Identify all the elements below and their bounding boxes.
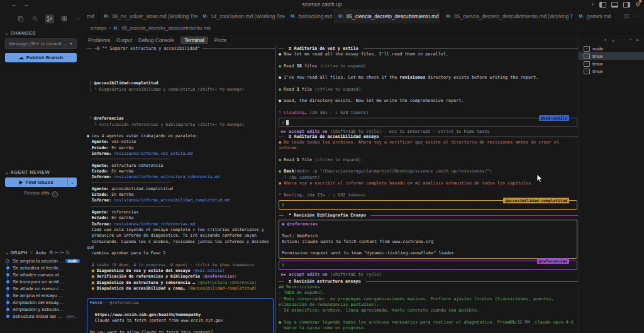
panel-tab-debug-console[interactable]: Debug Console	[138, 37, 174, 43]
files-icon[interactable]	[16, 14, 25, 23]
markdown-file-icon: M↓	[579, 14, 584, 18]
terminal-dropdown-icon[interactable]: ⌄	[611, 37, 616, 43]
terminal-line	[279, 163, 579, 169]
chevron-down-icon[interactable]	[74, 15, 82, 23]
terminal-line	[87, 291, 275, 297]
commit-message-input[interactable]: Message (⌘↵ to commit ... ✦	[5, 38, 77, 49]
terminal-line: ■ Verificación de referencias y bibliogr…	[87, 274, 275, 279]
terminal-line: ────────────────────────────────	[87, 157, 275, 162]
editor-tab[interactable]: M↓14_conclusion.md (Working Tree)	[198, 9, 286, 23]
commit-row[interactable]: Se añade un nuevo capítulo sob…	[6, 285, 82, 292]
terminal-pane-lead[interactable]: ─0 "* Separar estructura y accesibilidad…	[87, 45, 275, 333]
terminal-line	[87, 93, 275, 98]
commit-row[interactable]: Se actualiza el feedback para en…	[6, 264, 82, 271]
changes-header[interactable]: ⌄CHANGES	[5, 30, 82, 36]
terminal-area[interactable]: ─0 "* Separar estructura y accesibilidad…	[82, 45, 579, 333]
new-terminal-icon[interactable]: +	[604, 37, 607, 43]
terminal-line: ────────────────────────────────	[87, 181, 275, 186]
layout-sidebar-icon[interactable]	[599, 2, 606, 8]
terminal-list-item[interactable]: >tmux	[579, 60, 644, 67]
panel-tab-ports[interactable]: Ports	[214, 37, 226, 43]
panel-tab-terminal[interactable]: Terminal	[180, 37, 208, 44]
find-issues-dropdown[interactable]: ⌄	[67, 178, 77, 187]
editor-tab[interactable]: md	[82, 9, 99, 23]
terminal-list-item[interactable]: >node	[579, 45, 644, 52]
commit-row[interactable]: Ampliación del ensayo con nuev…	[6, 299, 82, 306]
more-icon[interactable]: ⋯	[620, 37, 625, 43]
search-icon[interactable]	[31, 14, 40, 23]
terminal-line: ■ Diagnóstico de voz y estilo del ensayo…	[87, 268, 275, 274]
text-cursor	[286, 120, 289, 125]
terminal-line: ● Read 16 files (ctrl+o to expand)	[279, 64, 579, 69]
terminal-agent-column[interactable]: ≡ Auditoría de voz y estilo ● Now let me…	[279, 45, 579, 333]
agent-input-box[interactable]: ❯@referencias	[279, 261, 577, 270]
commit-row[interactable]: estructura inicial del ensayoJavi…	[6, 313, 82, 320]
graph-toolbar[interactable]: ⚙ ✂ ✂ ↻	[48, 250, 70, 256]
split-editor-icon[interactable]: ◫	[624, 13, 629, 19]
editor-tab[interactable]: M↓08_no_volver_atras.md (Working Tree)	[99, 9, 197, 23]
terminal-line: - Modo conservador: no propongas reorgan…	[279, 296, 579, 308]
commit-row[interactable]: Se amplía el ensayo con nuevas …	[6, 292, 82, 299]
layout-secondary-icon[interactable]	[623, 2, 630, 8]
gear-icon[interactable]: ⚙	[635, 1, 640, 8]
new-tab-icon[interactable]: +	[591, 1, 594, 8]
terminal-line: Action: Claude wants to fetch content fr…	[282, 239, 574, 245]
terminal-line	[279, 152, 579, 157]
extensions-icon[interactable]	[60, 14, 69, 23]
agent-badge: @referencias	[537, 258, 570, 264]
commit-row[interactable]: Se añaden nuevos aforismos qu…	[6, 271, 82, 278]
terminal-line: Estado: En marcha	[87, 169, 275, 174]
close-panel-icon[interactable]: ×	[636, 37, 639, 43]
terminal-pane-estructura-coherencia[interactable]: ≡ Revisión estructura ensayo ## Restricc…	[279, 278, 579, 333]
find-issues-button[interactable]: ▶ Find Issues	[5, 178, 67, 187]
branch-icon: ⑂	[30, 250, 33, 256]
editor-tab[interactable]: M↓gemini.md	[574, 9, 613, 23]
commit-row[interactable]: Se incorpora un análisis detallad…	[6, 278, 82, 285]
terminal-list-item[interactable]: >tmux	[579, 52, 644, 60]
panel-tab-problems[interactable]: Problems	[88, 37, 110, 43]
terminal-line: ● Bash(mkdir -p "/Users/javieraguilarmar…	[279, 169, 579, 174]
terminal-line: ● He leído todos los archivos. Ahora voy…	[279, 140, 579, 152]
source-control-icon[interactable]	[45, 14, 54, 23]
sparkle-icon[interactable]: ✦	[69, 41, 73, 47]
agent-input-box[interactable]: ❯@voz-estilo	[279, 118, 577, 127]
terminal-line: Informe: revisiones/informe_estructura_c…	[87, 174, 275, 180]
terminal-pane-referencias[interactable]: * Revisión Bibliografía Ensayo ● @refere…	[279, 212, 579, 278]
panel-tab-bar: ProblemsOutputDebug ConsoleTerminalPorts	[82, 35, 644, 45]
publish-branch-button[interactable]: ☁ Publish Branch	[5, 53, 77, 62]
commit-dot-icon	[6, 273, 9, 276]
layout-panel-icon[interactable]	[611, 2, 618, 8]
terminal-line	[87, 128, 275, 133]
markdown-file-icon: M↓	[291, 14, 296, 18]
terminal-pane-accesibilidad-completitud[interactable]: ≡ Auditoría de accesibilidad ensayo ● He…	[279, 133, 579, 212]
agent-review-header[interactable]: ⌄AGENT REVIEW	[5, 169, 82, 175]
terminal-line: ├ @accesibilidad-completitud	[87, 81, 275, 86]
terminal-list-item[interactable]: >tmux	[579, 67, 644, 75]
editor-tab[interactable]: M↓05_ciencia_decreto_descubrimiento.md×	[333, 9, 441, 23]
terminal-line: * Clauding… (2m 39s · ↓ 628 tokens)	[279, 110, 579, 116]
commit-row[interactable]: Se amplía la sección so…main	[6, 257, 82, 264]
maximize-panel-icon[interactable]: ^	[630, 37, 632, 43]
editor-tab[interactable]: M↓05_ciencia_decreto_descubrimiento.md (…	[441, 9, 574, 23]
terminal-line: Estado: En marcha	[87, 215, 275, 221]
terminal-line: ● Now let me read all the essay files. I…	[279, 52, 579, 57]
terminal-list-toolbar[interactable]: +⌄⋯^×	[579, 35, 644, 45]
editor-tab[interactable]: M↓biohacking.md	[286, 9, 333, 23]
panel-tab-output[interactable]: Output	[116, 37, 132, 43]
breadcrumb-folder[interactable]: ensayo	[91, 25, 107, 31]
terminal-line: ■ Diagnóstico de estructura y coherencia…	[87, 280, 275, 286]
more-actions-icon[interactable]: ⋯	[634, 13, 639, 19]
terminal-line	[87, 69, 275, 75]
commit-row[interactable]: Ampliación y estructuración del …	[6, 306, 82, 313]
agent-input-box[interactable]: ❯@accesibilidad-completitud	[279, 200, 577, 210]
sidebar: ⌄CHANGES Message (⌘↵ to commit ... ✦ ☁ P…	[0, 9, 82, 333]
terminal-line	[87, 98, 275, 104]
commit-dot-icon	[6, 294, 9, 297]
terminal-line: ● Read 1 file (ctrl+o to expand)	[279, 157, 579, 163]
terminal-pane-voz-estilo[interactable]: ≡ Auditoría de voz y estilo ● Now let me…	[279, 45, 579, 133]
terminal-line: └ @referencias	[87, 116, 275, 121]
graph-header[interactable]: ⌄ GRAPH	[5, 250, 27, 256]
breadcrumb-file[interactable]: 05_ciencia_decreto_descubrimiento.md	[121, 25, 210, 31]
graph-auto-toggle[interactable]: Auto	[35, 250, 46, 256]
terminal-line: Agente: referencias	[87, 210, 275, 215]
